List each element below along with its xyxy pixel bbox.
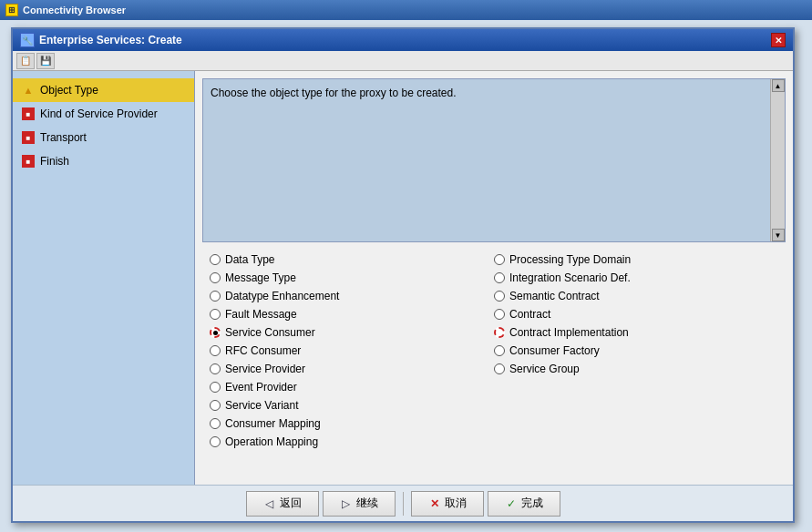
finish-button[interactable]: ✓ 完成 <box>488 491 560 517</box>
radio-label-processing-type-domain: Processing Type Domain <box>509 253 631 266</box>
next-button[interactable]: ▷ 继续 <box>323 491 396 517</box>
radio-service-group[interactable]: Service Group <box>494 363 778 375</box>
radio-btn-contract-implementation[interactable] <box>494 327 505 338</box>
wizard-step-kind-of-service[interactable]: ■ Kind of Service Provider <box>13 102 194 126</box>
options-column-right: Processing Type Domain Integration Scena… <box>494 253 778 481</box>
radio-btn-data-type[interactable] <box>210 254 221 265</box>
radio-processing-type-domain[interactable]: Processing Type Domain <box>494 253 778 266</box>
finish-label: 完成 <box>521 496 543 511</box>
radio-service-provider[interactable]: Service Provider <box>210 363 494 375</box>
wizard-step-label-transport: Transport <box>40 131 87 144</box>
radio-label-service-variant: Service Variant <box>225 399 298 412</box>
back-label: 返回 <box>280 496 302 511</box>
button-bar: ◁ 返回 ▷ 继续 ✕ 取消 ✓ 完成 <box>13 485 793 521</box>
cancel-icon: ✕ <box>428 497 441 510</box>
radio-rfc-consumer[interactable]: RFC Consumer <box>210 344 494 357</box>
radio-data-type[interactable]: Data Type <box>210 253 494 266</box>
back-icon: ◁ <box>263 497 276 510</box>
dialog-title-left: 🔧 Enterprise Services: Create <box>20 33 182 47</box>
radio-label-fault-message: Fault Message <box>225 308 297 321</box>
radio-label-operation-mapping: Operation Mapping <box>225 435 318 448</box>
radio-label-consumer-factory: Consumer Factory <box>509 344 600 357</box>
radio-btn-consumer-mapping[interactable] <box>210 418 221 429</box>
radio-label-service-provider: Service Provider <box>225 363 305 375</box>
radio-btn-service-group[interactable] <box>494 363 505 374</box>
cancel-label: 取消 <box>445 496 467 511</box>
radio-fault-message[interactable]: Fault Message <box>210 308 494 321</box>
radio-consumer-factory[interactable]: Consumer Factory <box>494 344 778 357</box>
scroll-up-arrow[interactable]: ▲ <box>772 79 785 92</box>
radio-btn-processing-type-domain[interactable] <box>494 254 505 265</box>
radio-label-service-consumer: Service Consumer <box>225 326 315 339</box>
radio-consumer-mapping[interactable]: Consumer Mapping <box>210 417 494 430</box>
triangle-icon: ▲ <box>22 84 35 97</box>
radio-btn-contract[interactable] <box>494 309 505 320</box>
radio-btn-integration-scenario-def[interactable] <box>494 272 505 283</box>
square-red-icon-2: ■ <box>22 131 35 144</box>
dialog: 🔧 Enterprise Services: Create ✕ 📋 💾 ▲ Ob… <box>11 27 795 523</box>
radio-btn-rfc-consumer[interactable] <box>210 345 221 356</box>
radio-btn-semantic-contract[interactable] <box>494 291 505 302</box>
radio-btn-operation-mapping[interactable] <box>210 436 221 447</box>
square-red-icon-1: ■ <box>22 107 35 120</box>
radio-semantic-contract[interactable]: Semantic Contract <box>494 290 778 302</box>
wizard-panel: ▲ Object Type ■ Kind of Service Provider… <box>13 71 195 485</box>
radio-service-variant[interactable]: Service Variant <box>210 399 494 412</box>
wizard-step-label-finish: Finish <box>40 155 69 168</box>
radio-message-type[interactable]: Message Type <box>210 271 494 284</box>
scroll-down-arrow[interactable]: ▼ <box>772 229 785 241</box>
radio-event-provider[interactable]: Event Provider <box>210 381 494 394</box>
finish-icon: ✓ <box>505 497 518 510</box>
radio-label-consumer-mapping: Consumer Mapping <box>225 417 321 430</box>
radio-service-consumer[interactable]: Service Consumer <box>210 326 494 339</box>
outer-window-title: Connectivity Browser <box>23 5 126 15</box>
radio-contract[interactable]: Contract <box>494 308 778 321</box>
wizard-step-object-type[interactable]: ▲ Object Type <box>13 78 194 102</box>
toolbar-btn-2[interactable]: 💾 <box>36 53 55 69</box>
radio-label-contract-implementation: Contract Implementation <box>509 326 629 339</box>
radio-btn-fault-message[interactable] <box>210 309 221 320</box>
radio-label-message-type: Message Type <box>225 271 296 284</box>
next-icon: ▷ <box>340 497 353 510</box>
radio-btn-event-provider[interactable] <box>210 382 221 393</box>
radio-label-integration-scenario-def: Integration Scenario Def. <box>509 271 631 284</box>
radio-label-service-group: Service Group <box>509 363 580 375</box>
dialog-toolbar: 📋 💾 <box>13 51 793 71</box>
wizard-step-transport[interactable]: ■ Transport <box>13 126 194 149</box>
btn-separator <box>403 492 404 516</box>
outer-titlebar: ⊞ Connectivity Browser <box>0 0 812 20</box>
radio-datatype-enhancement[interactable]: Datatype Enhancement <box>210 290 494 302</box>
radio-btn-service-provider[interactable] <box>210 363 221 374</box>
radio-btn-consumer-factory[interactable] <box>494 345 505 356</box>
radio-btn-message-type[interactable] <box>210 272 221 283</box>
radio-contract-implementation[interactable]: Contract Implementation <box>494 326 778 339</box>
radio-btn-datatype-enhancement[interactable] <box>210 291 221 302</box>
dialog-titlebar: 🔧 Enterprise Services: Create ✕ <box>13 29 793 51</box>
description-text: Choose the object type for the proxy to … <box>211 87 457 99</box>
toolbar-btn-1[interactable]: 📋 <box>16 53 35 69</box>
description-scrollbar: ▲ ▼ <box>770 79 785 241</box>
radio-label-rfc-consumer: RFC Consumer <box>225 344 301 357</box>
wizard-step-label-object-type: Object Type <box>40 84 98 97</box>
outer-window: ⊞ Connectivity Browser 🔧 Enterprise Serv… <box>0 0 812 532</box>
back-button[interactable]: ◁ 返回 <box>246 491 319 517</box>
radio-label-event-provider: Event Provider <box>225 381 297 394</box>
dialog-content: ▲ Object Type ■ Kind of Service Provider… <box>13 71 793 485</box>
radio-operation-mapping[interactable]: Operation Mapping <box>210 435 494 448</box>
close-button[interactable]: ✕ <box>771 33 786 47</box>
radio-btn-service-consumer[interactable] <box>210 327 221 338</box>
dialog-title: Enterprise Services: Create <box>39 34 182 46</box>
wizard-step-finish[interactable]: ■ Finish <box>13 149 194 173</box>
dialog-icon: 🔧 <box>20 33 35 47</box>
radio-btn-service-variant[interactable] <box>210 400 221 411</box>
next-label: 继续 <box>356 496 378 511</box>
description-area: Choose the object type for the proxy to … <box>202 78 786 242</box>
options-column-left: Data Type Message Type Datatype Enhancem… <box>210 253 494 481</box>
radio-label-data-type: Data Type <box>225 253 274 266</box>
square-red-icon-3: ■ <box>22 155 35 168</box>
right-panel: Choose the object type for the proxy to … <box>195 71 793 485</box>
radio-label-datatype-enhancement: Datatype Enhancement <box>225 290 339 302</box>
cancel-button[interactable]: ✕ 取消 <box>411 491 484 517</box>
radio-label-semantic-contract: Semantic Contract <box>509 290 600 302</box>
radio-integration-scenario-def[interactable]: Integration Scenario Def. <box>494 271 778 284</box>
